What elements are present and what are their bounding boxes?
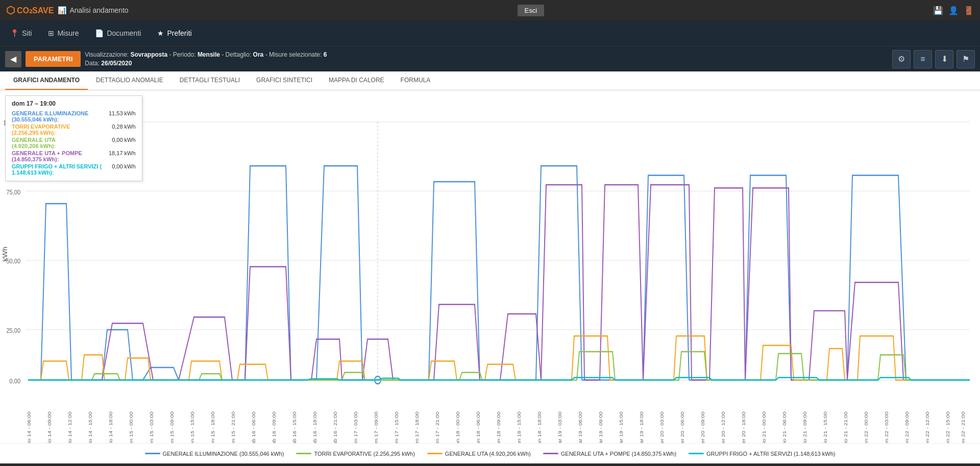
tooltip-time: dom 17 – 19:00 [12, 100, 136, 107]
svg-text:gio 21 - 21:00: gio 21 - 21:00 [843, 411, 848, 443]
svg-text:gio 14 - 09:00: gio 14 - 09:00 [47, 411, 52, 443]
svg-text:lun 18 - 09:00: lun 18 - 09:00 [496, 411, 501, 443]
topbar-right: 💾 👤 🚪 [933, 6, 974, 15]
exit-button[interactable]: Esci [518, 5, 545, 16]
legend-color-uta [427, 453, 443, 454]
logout-icon[interactable]: 🚪 [964, 6, 974, 15]
svg-text:mer 20 - 18:00: mer 20 - 18:00 [741, 411, 746, 443]
svg-text:gio 21 - 06:00: gio 21 - 06:00 [782, 411, 787, 443]
tab-dettagli-testuali[interactable]: DETTAGLI TESTUALI [172, 71, 248, 90]
document-icon: 📄 [95, 29, 104, 37]
svg-text:dom 17 - 15:00: dom 17 - 15:00 [394, 411, 399, 443]
tooltip-value-1: 0,28 kWh [112, 124, 135, 136]
svg-text:gio 14 - 06:00: gio 14 - 06:00 [27, 411, 32, 443]
location-icon: 📍 [10, 29, 19, 37]
menu-button[interactable]: ≡ [914, 50, 932, 68]
svg-text:ven 22 - 09:00: ven 22 - 09:00 [904, 411, 910, 443]
chart-tooltip: dom 17 – 19:00 GENERALE ILLUMINAZIONE(30… [5, 95, 142, 181]
tooltip-value-4: 0,00 kWh [112, 163, 135, 176]
legend-item-uta-pompe: GENERALE UTA + POMPE (14.850,375 kWh) [543, 451, 676, 457]
svg-text:mer 20 - 06:00: mer 20 - 06:00 [680, 411, 685, 443]
tab-formula[interactable]: FORMULA [393, 71, 439, 90]
toolbar-info: Visualizzazione: Sovrapposta - Periodo: … [85, 51, 327, 68]
tooltip-row-1: TORRI EVAPORATIVE(2.256,295 kWh): 0,28 k… [12, 124, 136, 136]
nav-item-siti[interactable]: 📍 Siti [8, 29, 34, 37]
svg-text:ven 15 - 18:00: ven 15 - 18:00 [210, 411, 215, 443]
legend-item-gruppi-frigo: GRUPPI FRIGO + ALTRI SERVIZI (1.148,613 … [689, 451, 835, 457]
legend-color-torri [296, 453, 311, 454]
svg-text:gio 21 - 00:00: gio 21 - 00:00 [762, 411, 767, 443]
svg-text:dom 17 - 21:00: dom 17 - 21:00 [435, 411, 440, 443]
svg-text:25,00: 25,00 [6, 327, 20, 334]
svg-text:ven 15 - 21:00: ven 15 - 21:00 [231, 411, 236, 443]
svg-text:sab 16 - 09:00: sab 16 - 09:00 [272, 411, 277, 443]
disclaimer-bar[interactable]: ⚠ Disclaimer [0, 463, 980, 466]
svg-text:mar 19 - 03:00: mar 19 - 03:00 [557, 411, 562, 443]
svg-text:lun 18 - 15:00: lun 18 - 15:00 [517, 411, 522, 443]
tooltip-label-2: GENERALE UTA(4.920,206 kWh): [12, 137, 56, 149]
tooltip-row-3: GENERALE UTA + POMPE(14.850,375 kWh): 18… [12, 150, 136, 162]
tooltip-label-4: GRUPPI FRIGO + ALTRI SERVIZI (1.148,613 … [12, 163, 102, 176]
svg-text:gio 14 - 18:00: gio 14 - 18:00 [108, 411, 113, 443]
settings-button[interactable]: ⚙ [892, 50, 911, 68]
topbar: ⬡ CO₂SAVE 📊 Analisi andamento Esci 💾 👤 🚪 [0, 0, 980, 20]
svg-text:dom 17 - 09:00: dom 17 - 09:00 [374, 411, 379, 443]
svg-text:gio 21 - 09:00: gio 21 - 09:00 [802, 411, 807, 443]
tooltip-value-3: 18,17 kWh [109, 150, 136, 162]
svg-text:gio 14 - 15:00: gio 14 - 15:00 [88, 411, 93, 443]
line-chart: 100,00 75,00 50,00 25,00 0,00 kWh [0, 90, 980, 443]
legend-color-uta-pompe [543, 453, 558, 454]
tab-dettaglio-anomalie[interactable]: DETTAGLIO ANOMALIE [88, 71, 172, 90]
svg-text:ven 22 - 15:00: ven 22 - 15:00 [945, 411, 950, 443]
svg-text:lun 18 - 00:00: lun 18 - 00:00 [455, 411, 460, 443]
svg-text:mer 20 - 12:00: mer 20 - 12:00 [721, 411, 726, 443]
svg-text:0,00: 0,00 [10, 377, 21, 385]
flag-button[interactable]: ⚑ [957, 50, 975, 68]
tab-mappa-di-calore[interactable]: MAPPA DI CALORE [321, 71, 392, 90]
svg-text:ven 22 - 00:00: ven 22 - 00:00 [864, 411, 869, 443]
tab-grafici-andamento[interactable]: GRAFICI ANDAMENTO [5, 71, 88, 90]
svg-text:mer 20 - 03:00: mer 20 - 03:00 [659, 411, 665, 443]
legend-item-illuminazione: GENERALE ILLUMINAZIONE (30.555,046 kWh) [145, 451, 284, 457]
svg-text:sab 16 - 06:00: sab 16 - 06:00 [251, 411, 256, 443]
back-button[interactable]: ◀ [5, 51, 21, 67]
svg-text:ven 15 - 09:00: ven 15 - 09:00 [169, 411, 175, 443]
chart-icon: 📊 [58, 6, 66, 14]
page-title: 📊 Analisi andamento [58, 6, 128, 14]
tooltip-label-3: GENERALE UTA + POMPE(14.850,375 kWh): [12, 150, 82, 162]
svg-text:mar 19 - 15:00: mar 19 - 15:00 [619, 411, 624, 443]
svg-text:sab 16 - 21:00: sab 16 - 21:00 [333, 411, 338, 443]
user-icon[interactable]: 👤 [948, 6, 959, 15]
save-icon[interactable]: 💾 [933, 6, 943, 15]
nav-item-preferiti[interactable]: ★ Preferiti [155, 29, 193, 37]
star-icon: ★ [157, 29, 164, 37]
svg-text:dom 17 - 03:00: dom 17 - 03:00 [353, 411, 358, 443]
navbar: 📍 Siti ⊞ Misure 📄 Documenti ★ Preferiti [0, 20, 980, 46]
svg-rect-0 [0, 90, 980, 443]
nav-item-documenti[interactable]: 📄 Documenti [93, 29, 143, 37]
svg-text:sab 16 - 15:00: sab 16 - 15:00 [292, 411, 297, 443]
chart-legend: GENERALE ILLUMINAZIONE (30.555,046 kWh) … [0, 443, 980, 463]
svg-text:mar 19 - 18:00: mar 19 - 18:00 [639, 411, 644, 443]
svg-text:lun 18 - 18:00: lun 18 - 18:00 [537, 411, 542, 443]
download-button[interactable]: ⬇ [935, 50, 953, 68]
svg-text:ven 15 - 15:00: ven 15 - 15:00 [190, 411, 195, 443]
svg-text:ven 22 - 03:00: ven 22 - 03:00 [884, 411, 889, 443]
tooltip-row-0: GENERALE ILLUMINAZIONE(30.555,046 kWh): … [12, 110, 136, 122]
tooltip-row-2: GENERALE UTA(4.920,206 kWh): 0,00 kWh [12, 137, 136, 149]
svg-text:lun 18 - 06:00: lun 18 - 06:00 [476, 411, 481, 443]
svg-text:ven 22 - 12:00: ven 22 - 12:00 [925, 411, 930, 443]
tooltip-label-0: GENERALE ILLUMINAZIONE(30.555,046 kWh): [12, 110, 88, 122]
tab-grafici-sintetici[interactable]: GRAFICI SINTETICI [248, 71, 321, 90]
svg-text:ven 22 - 21:00: ven 22 - 21:00 [961, 411, 966, 443]
svg-text:kWh: kWh [2, 247, 8, 262]
legend-item-uta: GENERALE UTA (4.920,206 kWh) [427, 451, 531, 457]
legend-color-illuminazione [145, 453, 160, 454]
grid-icon: ⊞ [48, 29, 54, 37]
toolbar: ◀ PARAMETRI Visualizzazione: Sovrapposta… [0, 46, 980, 71]
svg-text:gio 21 - 15:00: gio 21 - 15:00 [823, 411, 828, 443]
parametri-button[interactable]: PARAMETRI [26, 51, 81, 67]
nav-item-misure[interactable]: ⊞ Misure [46, 29, 81, 37]
legend-item-torri: TORRI EVAPORATIVE (2.256,295 kWh) [296, 451, 414, 457]
tabs: GRAFICI ANDAMENTO DETTAGLIO ANOMALIE DET… [0, 71, 980, 90]
